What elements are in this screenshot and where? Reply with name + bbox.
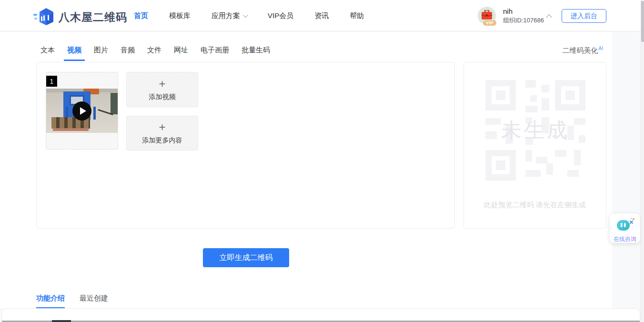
- editor-panel: 1 + 添加视频 + 添加更多内容: [36, 62, 455, 229]
- play-button[interactable]: [72, 101, 91, 121]
- add-video-button[interactable]: + 添加视频: [126, 72, 198, 107]
- nav-item-solutions[interactable]: 应用方案: [211, 11, 247, 20]
- tab-file[interactable]: 文件: [144, 43, 165, 61]
- thumb-pallet: [53, 128, 89, 131]
- qr-beautify-link[interactable]: 二维码美化AI: [563, 46, 603, 55]
- ai-badge: AI: [599, 46, 603, 51]
- logo-icon: [33, 7, 55, 28]
- nav-item-help[interactable]: 帮助: [350, 11, 364, 20]
- tab-ebook[interactable]: 电子画册: [197, 43, 232, 61]
- tab-recently-created[interactable]: 最近创建: [80, 294, 108, 309]
- plus-icon: +: [159, 121, 165, 133]
- header: 八木屋二维码 首页 模板库 应用方案 VIP会员 资讯 帮助 VIP nih 组…: [0, 0, 641, 31]
- main-nav: 首页 模板库 应用方案 VIP会员 资讯 帮助: [134, 0, 364, 31]
- logo-title: 八木屋二维码: [59, 10, 127, 25]
- info-tabs: 功能介绍 最近创建: [36, 294, 108, 309]
- online-chat-widget[interactable]: 在线咨询: [610, 213, 640, 243]
- tab-batch[interactable]: 批量生码: [238, 43, 273, 61]
- chat-robot-icon: [615, 218, 634, 234]
- play-icon: [80, 107, 86, 115]
- generate-qr-button[interactable]: 立即生成二维码: [203, 248, 289, 267]
- feature-image-tab: [52, 320, 71, 322]
- video-item-card[interactable]: 1: [46, 72, 118, 150]
- enter-backend-button[interactable]: 进入后台: [562, 9, 606, 23]
- item-number-badge: 1: [46, 76, 57, 87]
- not-generated-watermark: 未生成: [484, 79, 586, 181]
- chevron-down-icon: [243, 12, 248, 18]
- qr-preview-panel: 未生成 此处预览二维码 请先在左侧生成: [463, 62, 606, 229]
- video-thumbnail: [46, 89, 118, 133]
- tab-image[interactable]: 图片: [91, 43, 111, 61]
- plus-icon: +: [159, 78, 165, 90]
- scrollbar-track[interactable]: [641, 0, 644, 322]
- user-org-id: 组织ID:107686: [503, 16, 544, 25]
- feature-intro-section: [1, 308, 640, 322]
- tab-text[interactable]: 文本: [37, 43, 58, 61]
- content-type-tabs: 文本 视频 图片 音频 文件 网址 电子画册 批量生码: [37, 43, 273, 61]
- logo[interactable]: 八木屋二维码: [33, 7, 127, 28]
- tab-url[interactable]: 网址: [171, 43, 191, 61]
- qr-placeholder: 未生成: [484, 79, 586, 181]
- vip-badge: VIP: [483, 20, 497, 26]
- thumb-green-machine: [111, 93, 118, 114]
- user-name[interactable]: nih: [503, 7, 513, 15]
- tab-feature-intro[interactable]: 功能介绍: [36, 294, 65, 309]
- add-more-content-button[interactable]: + 添加更多内容: [126, 116, 198, 151]
- tab-video[interactable]: 视频: [64, 43, 85, 61]
- nav-item-home[interactable]: 首页: [134, 11, 148, 20]
- nav-item-templates[interactable]: 模板库: [169, 11, 191, 20]
- tab-audio[interactable]: 音频: [117, 43, 138, 61]
- nav-item-vip[interactable]: VIP会员: [268, 11, 293, 20]
- scrollbar-thumb[interactable]: [641, 1, 644, 42]
- nav-item-news[interactable]: 资讯: [314, 11, 329, 20]
- preview-hint-text: 此处预览二维码 请先在左侧生成: [464, 201, 606, 210]
- chat-label: 在线咨询: [614, 235, 636, 243]
- chevron-up-icon[interactable]: [546, 14, 552, 20]
